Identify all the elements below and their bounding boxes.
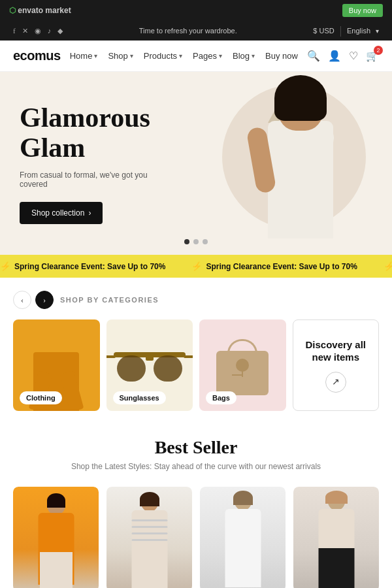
wishlist-icon[interactable]: ♡	[349, 50, 358, 62]
product-image-3	[200, 487, 286, 588]
categories-header: ‹ › SHOP BY CATEGORIES	[13, 291, 379, 309]
hero-section: Glamorous Glam From casual to formal, we…	[0, 72, 392, 255]
pinterest-icon[interactable]: ◆	[57, 27, 63, 35]
categories-section: ‹ › SHOP BY CATEGORIES Clothing	[0, 278, 392, 417]
discover-arrow-icon[interactable]: ↗	[325, 372, 346, 393]
buy-now-button[interactable]: Buy now	[342, 4, 383, 17]
category-clothing[interactable]: Clothing	[13, 319, 100, 411]
bolt-icon-2: ⚡	[191, 261, 202, 271]
hero-carousel-dots	[184, 239, 208, 244]
shop-collection-button[interactable]: Shop collection ›	[20, 202, 103, 224]
product-card-3[interactable]: White Basic Tee XS · S · M · XL	[200, 487, 286, 588]
facebook-icon[interactable]: f	[13, 27, 16, 35]
categories-grid: Clothing Sunglasses	[13, 319, 379, 411]
discover-label: Discovery allnew items	[305, 338, 366, 364]
currency-selector[interactable]: $ USD	[313, 27, 334, 35]
bestseller-section: Best Seller Shop the Latest Styles: Stay…	[0, 417, 392, 588]
dot-1[interactable]	[184, 239, 189, 244]
announcement-message: Time to refresh your wardrobe.	[139, 27, 237, 35]
dot-2[interactable]	[193, 239, 199, 244]
category-prev-arrow[interactable]: ‹	[13, 291, 31, 309]
product-card-4[interactable]: Classic Blouse XS · S · M · XL	[293, 487, 379, 588]
product-card-1[interactable]: Orange Tank Top XS · S · M · XL	[13, 487, 99, 588]
hero-model-image	[216, 72, 385, 255]
promo-item-2: ⚡ Spring Clearance Event: Save Up to 70%	[191, 261, 357, 271]
envato-logo: ⬡ envato market	[9, 6, 71, 15]
nav-buynow[interactable]: Buy now	[265, 51, 298, 61]
instagram-icon[interactable]: ◉	[35, 27, 41, 35]
twitter-icon[interactable]: ✕	[22, 27, 28, 35]
category-nav-arrows: ‹ ›	[13, 291, 54, 309]
envato-topbar: ⬡ envato market Buy now	[0, 0, 392, 21]
dot-3[interactable]	[203, 239, 208, 244]
category-discover[interactable]: Discovery allnew items ↗	[293, 319, 380, 411]
bolt-icon-3: ⚡	[384, 261, 392, 271]
language-selector[interactable]: English	[347, 27, 370, 35]
product-image-1	[13, 487, 99, 588]
products-grid: Orange Tank Top XS · S · M · XL Str	[13, 487, 379, 588]
user-icon[interactable]: 👤	[328, 50, 341, 62]
categories-section-title: SHOP BY CATEGORIES	[60, 296, 159, 304]
hero-title: Glamorous Glam	[20, 103, 176, 163]
nav-products[interactable]: Products ▾	[144, 51, 182, 61]
social-icons: f ✕ ◉ ♪ ◆	[13, 27, 63, 35]
promo-text: ⚡ Spring Clearance Event: Save Up to 70%…	[0, 261, 392, 271]
bestseller-subtitle: Shop the Latest Styles: Stay ahead of th…	[13, 462, 379, 471]
nav-shop[interactable]: Shop ▾	[108, 51, 133, 61]
bestseller-title: Best Seller	[13, 437, 379, 458]
nav-home[interactable]: Home ▾	[70, 51, 98, 61]
topbar-right: Buy now	[342, 4, 383, 17]
search-icon[interactable]: 🔍	[307, 50, 320, 62]
bolt-icon-1: ⚡	[0, 261, 10, 271]
cart-icon[interactable]: 🛒 2	[366, 50, 379, 62]
cart-badge: 2	[374, 46, 383, 55]
promo-banner: ⚡ Spring Clearance Event: Save Up to 70%…	[0, 255, 392, 278]
site-logo[interactable]: ecomus	[13, 48, 61, 63]
category-sunglasses[interactable]: Sunglasses	[106, 319, 193, 411]
nav-blog[interactable]: Blog ▾	[233, 51, 255, 61]
sunglasses-label: Sunglasses	[113, 391, 166, 404]
hero-subtitle: From casual to formal, we've got you cov…	[20, 171, 176, 189]
hero-image	[183, 72, 392, 255]
category-next-arrow[interactable]: ›	[35, 291, 54, 309]
nav-links: Home ▾ Shop ▾ Products ▾ Pages ▾ Blog ▾ …	[70, 51, 298, 61]
envato-branding: ⬡ envato market	[9, 6, 71, 15]
product-card-2[interactable]: Striped T-Shirt XS · S · M · XL	[106, 487, 192, 588]
bags-label: Bags	[206, 391, 237, 404]
clothing-label: Clothing	[20, 391, 62, 404]
locale-selectors: $ USD | English ▾	[313, 25, 379, 37]
arrow-right-icon: ›	[88, 208, 91, 218]
nav-action-icons: 🔍 👤 ♡ 🛒 2	[307, 50, 379, 62]
announcement-bar: f ✕ ◉ ♪ ◆ Time to refresh your wardrobe.…	[0, 21, 392, 41]
category-bags[interactable]: Bags	[199, 319, 286, 411]
promo-item-3: ⚡ Spring Clearance Event: Save Up to 70%	[384, 261, 392, 271]
hero-text-block: Glamorous Glam From casual to formal, we…	[20, 103, 176, 224]
product-image-4	[293, 487, 379, 588]
nav-pages[interactable]: Pages ▾	[193, 51, 222, 61]
product-image-2	[106, 487, 192, 588]
promo-item-1: ⚡ Spring Clearance Event: Save Up to 70%	[0, 261, 165, 271]
tiktok-icon[interactable]: ♪	[48, 27, 52, 35]
main-navbar: ecomus Home ▾ Shop ▾ Products ▾ Pages ▾ …	[0, 41, 392, 72]
